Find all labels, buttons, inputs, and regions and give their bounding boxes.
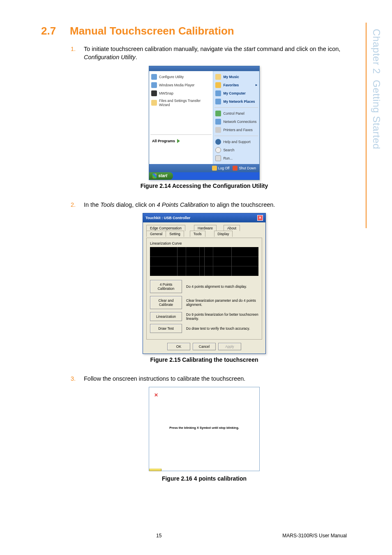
computer-icon	[215, 90, 221, 96]
step-2: 2. In the Tools dialog, click on 4 Point…	[71, 201, 350, 209]
transfer-icon	[151, 100, 157, 106]
close-icon[interactable]: ×	[257, 215, 263, 221]
help-icon	[215, 139, 221, 145]
four-points-desc: Do 4 points alignment to match display.	[186, 284, 258, 289]
menu-item-help[interactable]: Help and Support	[214, 138, 258, 146]
all-programs[interactable]: All Programs	[150, 136, 212, 145]
search-icon	[215, 147, 221, 153]
step-1: 1. To initiate touchscreen calibration m…	[71, 45, 350, 62]
start-menu-right-pane: My Music Favorites▸ My Computer My Netwo…	[213, 71, 259, 164]
menu-item-printers[interactable]: Printers and Faxes	[214, 126, 258, 134]
heading-number: 2.7	[41, 25, 70, 37]
menu-item-my-music[interactable]: My Music	[214, 73, 258, 81]
menu-item-mwsnap[interactable]: MWSnap	[150, 89, 212, 97]
touchkit-dialog: Touchkit : USB Controller × Edge Compens…	[143, 213, 266, 354]
menu-item-wmp[interactable]: Windows Media Player	[150, 81, 212, 89]
linearization-desc: Do 9 points linearization for better tou…	[186, 312, 258, 321]
tab-hardware[interactable]: Hardware	[194, 225, 217, 231]
calibration-instruction: Press the blinking X Symbol until stop b…	[169, 426, 239, 429]
calibration-target-icon: ✕	[154, 392, 158, 398]
linearization-grid	[150, 247, 258, 276]
menu-item-network-connections[interactable]: Network Connections	[214, 118, 258, 126]
tab-tools[interactable]: Tools	[190, 231, 205, 237]
section-heading: 2.7 Manual Touchscreen Calibration	[41, 25, 367, 37]
dialog-titlebar: Touchkit : USB Controller ×	[143, 213, 265, 222]
linearization-curve-label: Linearization Curve	[150, 241, 258, 245]
calibration-screen[interactable]: ✕ Press the blinking X Symbol until stop…	[149, 387, 260, 471]
tab-edge-compensation[interactable]: Edge Compensation	[146, 225, 185, 231]
menu-item-network-places[interactable]: My Network Places	[214, 97, 258, 106]
menu-item-search[interactable]: Search	[214, 146, 258, 154]
folder-icon	[215, 74, 221, 80]
tab-general[interactable]: General	[146, 231, 166, 237]
run-icon	[215, 155, 221, 161]
four-points-calibration-button[interactable]: 4 Points Calibration	[150, 280, 182, 293]
menu-item-run[interactable]: Run...	[214, 154, 258, 162]
ok-button[interactable]: OK	[167, 343, 190, 350]
connections-icon	[215, 119, 221, 125]
settings-icon	[215, 111, 221, 116]
figure-2-16-caption: Figure 2.16 4 points calibration	[41, 475, 367, 482]
network-icon	[215, 99, 221, 104]
step-2-num: 2.	[71, 201, 84, 209]
sidebar-chapter: Chapter 2 Getting Started	[371, 29, 382, 149]
heading-title: Manual Touchscreen Calibration	[70, 25, 234, 37]
clear-calibrate-desc: Clear linearization parameter and do 4 p…	[186, 298, 258, 307]
tab-display[interactable]: Display	[214, 231, 233, 237]
step-1-num: 1.	[71, 45, 84, 62]
linearization-button[interactable]: Linearization	[150, 312, 182, 321]
step-3: 3. Follow the onscreen instructions to c…	[71, 375, 350, 383]
menu-item-favorites[interactable]: Favorites▸	[214, 81, 258, 89]
arrow-right-icon	[177, 139, 180, 143]
log-off-button[interactable]: Log Off	[212, 166, 230, 171]
progress-bar	[149, 469, 161, 471]
logoff-icon	[212, 166, 217, 171]
doc-title-footer: MARS-3100R/S User Manual	[282, 533, 347, 539]
step-2-text: In the Tools dialog, click on 4 Points C…	[84, 201, 350, 209]
dialog-title: Touchkit : USB Controller	[145, 216, 190, 220]
menu-item-fstw[interactable]: Files and Settings Transfer Wizard	[150, 97, 212, 108]
cancel-button[interactable]: Cancel	[193, 343, 216, 350]
menu-item-control-panel[interactable]: Control Panel	[214, 109, 258, 118]
play-icon	[151, 82, 157, 88]
step-3-num: 3.	[71, 375, 84, 383]
figure-2-14-caption: Figure 2.14 Accessing the Configuration …	[41, 183, 367, 189]
sidebar-chapter-num: Chapter 2	[371, 29, 382, 74]
star-icon	[215, 82, 221, 88]
shutdown-icon	[233, 166, 238, 171]
dialog-tabs: Edge Compensation Hardware About General…	[146, 225, 262, 237]
clear-calibrate-button[interactable]: Clear and Calibrate	[150, 296, 182, 309]
step-3-text: Follow the onscreen instructions to cali…	[84, 375, 350, 383]
start-button[interactable]: start	[149, 172, 173, 180]
start-menu-left-pane: Configure Utility Windows Media Player M…	[149, 71, 213, 164]
menu-item-my-computer[interactable]: My Computer	[214, 89, 258, 97]
menu-item-configure-utility[interactable]: Configure Utility	[150, 73, 212, 81]
page-number: 15	[156, 533, 161, 539]
draw-test-desc: Do draw test to verify the touch accurac…	[186, 326, 258, 331]
shut-down-button[interactable]: Shut Down	[233, 166, 256, 171]
arrow-icon: ▸	[256, 83, 257, 87]
windows-flag-icon	[152, 173, 157, 178]
printer-icon	[215, 127, 221, 133]
tab-about[interactable]: About	[224, 225, 240, 231]
step-1-text: To initiate touchscreen calibration manu…	[84, 45, 350, 62]
gear-icon	[151, 74, 157, 80]
start-menu-screenshot: Configure Utility Windows Media Player M…	[149, 66, 260, 180]
sidebar-chapter-title: Getting Started	[371, 80, 382, 149]
draw-test-button[interactable]: Draw Test	[150, 324, 182, 333]
apply-button[interactable]: Apply	[218, 343, 241, 350]
logoff-bar: Log Off Shut Down	[149, 164, 259, 172]
tab-setting[interactable]: Setting	[166, 231, 184, 237]
figure-2-15-caption: Figure 2.15 Calibrating the touchscreen	[41, 356, 367, 363]
camera-icon	[151, 90, 157, 96]
